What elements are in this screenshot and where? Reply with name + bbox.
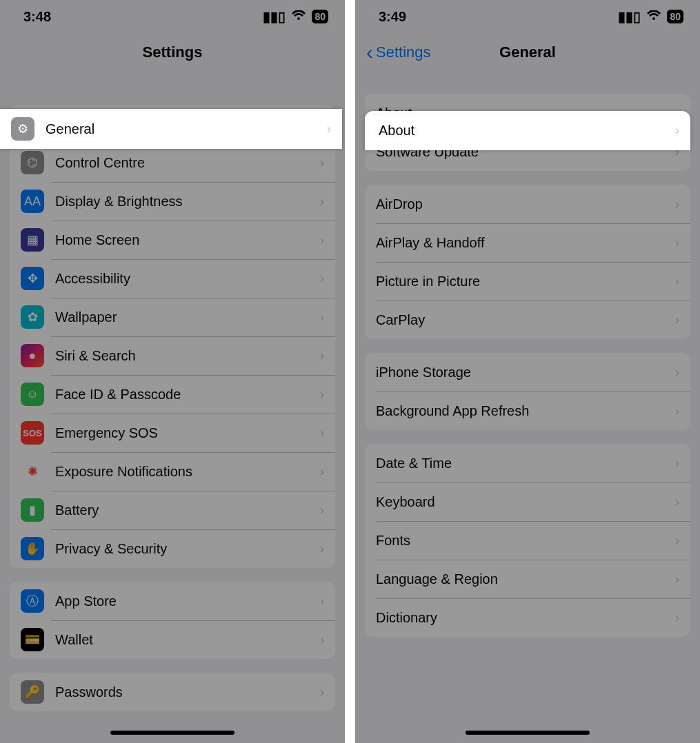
general-row-label: Keyboard: [376, 494, 675, 510]
settings-row[interactable]: 💳Wallet›: [10, 620, 335, 659]
settings-row[interactable]: 🔑Passwords›: [10, 673, 335, 711]
settings-row[interactable]: ✋Privacy & Security›: [10, 529, 335, 568]
general-row[interactable]: Date & Time›: [365, 444, 690, 482]
page-title: General: [499, 43, 556, 61]
chevron-right-icon: ›: [320, 233, 324, 247]
general-row-label: Date & Time: [376, 456, 675, 471]
general-row[interactable]: Picture in Picture›: [365, 262, 690, 301]
general-screen: 3:49 ▮▮▯ 80 ‹ Settings General About›Sof…: [355, 0, 700, 743]
settings-row-label: Exposure Notifications: [55, 464, 320, 480]
grid-icon: ▦: [21, 228, 44, 252]
general-row[interactable]: Language & Region›: [365, 560, 690, 598]
faceid-icon: ☺: [21, 383, 44, 406]
status-bar: 3:48 ▮▮▯ 80: [0, 0, 345, 33]
settings-row-label: General: [46, 121, 327, 137]
general-row[interactable]: AirPlay & Handoff›: [365, 223, 690, 262]
general-group: AirDrop›AirPlay & Handoff›Picture in Pic…: [365, 185, 690, 339]
general-row-about-highlighted[interactable]: About ›: [365, 111, 690, 150]
settings-row-label: Siri & Search: [55, 348, 320, 364]
settings-row-label: Privacy & Security: [55, 541, 320, 557]
settings-row[interactable]: ●Siri & Search›: [10, 336, 335, 375]
settings-row[interactable]: SOSEmergency SOS›: [10, 414, 335, 452]
settings-row-label: Control Centre: [55, 155, 320, 171]
settings-row-general-highlighted[interactable]: ⚙ General ›: [0, 109, 342, 149]
general-row[interactable]: Keyboard›: [365, 482, 690, 521]
general-row-label: AirDrop: [376, 196, 675, 212]
general-row[interactable]: CarPlay›: [365, 301, 690, 339]
chevron-right-icon: ›: [675, 197, 679, 212]
general-row-label: CarPlay: [376, 312, 675, 328]
settings-row[interactable]: ✺Exposure Notifications›: [10, 452, 335, 491]
settings-row[interactable]: ⌬Control Centre›: [10, 143, 335, 182]
settings-row-label: App Store: [55, 593, 320, 609]
gear-icon: ⚙: [11, 117, 34, 141]
settings-group: ⚙General›⌬Control Centre›AADisplay & Bri…: [10, 105, 335, 568]
toggles-icon: ⌬: [21, 151, 44, 174]
chevron-right-icon: ›: [320, 349, 324, 363]
appstore-icon: Ⓐ: [21, 589, 44, 613]
chevron-right-icon: ›: [327, 122, 331, 136]
battery-indicator: 80: [667, 10, 683, 23]
chevron-right-icon: ›: [675, 236, 679, 250]
general-row-label: AirPlay & Handoff: [376, 235, 675, 251]
chevron-right-icon: ›: [320, 310, 324, 325]
settings-row-label: Face ID & Passcode: [55, 387, 320, 403]
nav-header: ‹ Settings General: [355, 33, 700, 72]
virus-icon: ✺: [21, 460, 44, 483]
nav-header: Settings: [0, 33, 345, 72]
settings-screen: 3:48 ▮▮▯ 80 Settings ⚙General›⌬Control C…: [0, 0, 345, 743]
general-group: iPhone Storage›Background App Refresh›: [365, 353, 690, 430]
wifi-icon: [646, 9, 661, 25]
settings-row[interactable]: ✿Wallpaper›: [10, 298, 335, 336]
chevron-right-icon: ›: [320, 594, 324, 609]
chevron-right-icon: ›: [675, 274, 679, 289]
chevron-right-icon: ›: [675, 533, 679, 548]
siri-icon: ●: [21, 344, 44, 367]
settings-row[interactable]: ✥Accessibility›: [10, 259, 335, 298]
battery-indicator: 80: [312, 10, 328, 23]
textsize-icon: AA: [21, 190, 44, 213]
settings-row[interactable]: ▦Home Screen›: [10, 221, 335, 259]
chevron-right-icon: ›: [320, 542, 324, 556]
battery-icon: ▮: [21, 498, 44, 522]
chevron-right-icon: ›: [320, 272, 324, 286]
home-indicator[interactable]: [110, 731, 234, 735]
general-row[interactable]: iPhone Storage›: [365, 353, 690, 391]
flower-icon: ✿: [21, 305, 44, 329]
settings-row-label: Wallpaper: [55, 309, 320, 325]
settings-row[interactable]: ⒶApp Store›: [10, 582, 335, 620]
back-button[interactable]: ‹ Settings: [366, 43, 431, 61]
chevron-right-icon: ›: [320, 194, 324, 209]
chevron-right-icon: ›: [675, 495, 679, 509]
settings-group: ⒶApp Store›💳Wallet›: [10, 582, 335, 659]
general-row[interactable]: Dictionary›: [365, 598, 690, 637]
general-row-label: Picture in Picture: [376, 274, 675, 289]
settings-row[interactable]: ☺Face ID & Passcode›: [10, 375, 335, 414]
settings-row[interactable]: ▮Battery›: [10, 491, 335, 529]
chevron-right-icon: ›: [320, 426, 324, 440]
chevron-right-icon: ›: [675, 404, 679, 418]
settings-row-label: Battery: [55, 502, 320, 518]
home-indicator[interactable]: [466, 731, 590, 735]
general-row-label: Language & Region: [376, 571, 675, 587]
settings-row-label: Display & Brightness: [55, 194, 320, 210]
settings-row-label: Wallet: [55, 632, 320, 648]
chevron-right-icon: ›: [320, 685, 324, 700]
chevron-right-icon: ›: [675, 456, 679, 471]
status-time: 3:49: [379, 9, 406, 25]
chevron-right-icon: ›: [675, 313, 679, 327]
chevron-right-icon: ›: [320, 387, 324, 402]
general-row[interactable]: Fonts›: [365, 521, 690, 560]
general-row-label: Background App Refresh: [376, 403, 675, 419]
settings-row[interactable]: AADisplay & Brightness›: [10, 182, 335, 221]
settings-row-label: Emergency SOS: [55, 425, 320, 441]
chevron-right-icon: ›: [320, 465, 324, 479]
general-row-label: Fonts: [376, 533, 675, 549]
chevron-right-icon: ›: [675, 123, 679, 138]
hand-icon: ✋: [21, 537, 44, 560]
sos-icon: SOS: [21, 421, 44, 445]
general-row[interactable]: AirDrop›: [365, 185, 690, 223]
general-row[interactable]: Background App Refresh›: [365, 391, 690, 430]
cellular-icon: ▮▮▯: [263, 8, 286, 25]
chevron-right-icon: ›: [320, 633, 324, 647]
